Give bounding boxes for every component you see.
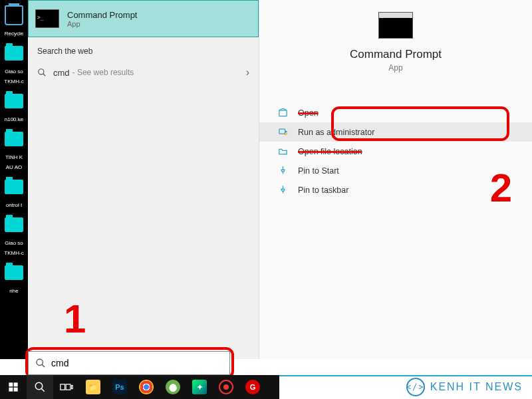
svg-point-10: [35, 382, 43, 390]
admin-shield-icon: [277, 127, 289, 137]
details-title: Command Prompt: [259, 48, 532, 61]
svg-rect-13: [66, 384, 70, 390]
start-button[interactable]: [0, 375, 27, 399]
desktop-background-strip: Recycle Giao so TKMH-c n100.ke TINH K AU…: [0, 0, 28, 359]
desktop-icon[interactable]: [1, 174, 27, 200]
desktop-label: TKMH-c: [0, 250, 28, 256]
folder-icon: [277, 146, 289, 156]
svg-point-0: [39, 69, 44, 74]
taskbar-app-record[interactable]: [213, 375, 239, 399]
search-icon: [37, 68, 47, 77]
open-icon: [277, 108, 289, 118]
best-match-title: Command Prompt: [67, 10, 137, 20]
desktop-label: ontrol I: [0, 202, 28, 208]
action-run-as-administrator[interactable]: Run as administrator: [259, 122, 532, 142]
desktop-icon[interactable]: [1, 126, 27, 152]
desktop-label: Giao so: [0, 240, 28, 246]
action-label: Run as administrator: [298, 128, 374, 137]
svg-rect-2: [279, 110, 286, 116]
desktop-icon[interactable]: [1, 88, 27, 114]
taskbar: 📁 Ps ⬤ ✦ G: [0, 375, 279, 399]
svg-rect-9: [14, 388, 18, 392]
search-web-heading: Search the web: [28, 37, 259, 61]
desktop-label: TINH K: [0, 154, 28, 160]
taskbar-app-generic-green[interactable]: ⬤: [160, 375, 186, 399]
annotation-number-1: 1: [64, 296, 86, 342]
svg-rect-14: [72, 386, 73, 389]
watermark-logo-icon: </>: [406, 378, 425, 396]
desktop-icon[interactable]: [1, 3, 27, 28]
best-match-subtitle: App: [67, 20, 137, 28]
desktop-label: Giao so: [0, 68, 28, 74]
action-label: Open: [298, 108, 319, 118]
pin-icon: [277, 185, 289, 195]
svg-line-11: [41, 388, 45, 392]
taskbar-search-button[interactable]: [27, 375, 53, 399]
details-subtitle: App: [259, 63, 532, 72]
web-result-row[interactable]: cmd - See web results ›: [28, 61, 259, 84]
svg-point-4: [37, 359, 43, 365]
svg-rect-8: [9, 388, 13, 392]
annotation-number-2: 2: [490, 165, 512, 211]
command-prompt-icon: [35, 9, 59, 28]
watermark-text: KENH IT NEWS: [430, 381, 523, 393]
site-watermark: </> KENH IT NEWS: [406, 378, 523, 396]
best-match-result[interactable]: Command Prompt App: [28, 0, 259, 37]
desktop-icon[interactable]: [1, 41, 27, 66]
action-open-file-location[interactable]: Open file location: [259, 142, 532, 161]
svg-rect-6: [9, 382, 13, 386]
taskbar-app-generic[interactable]: ✦: [186, 375, 213, 399]
task-view-button[interactable]: [53, 375, 80, 399]
web-query-text: cmd: [53, 68, 70, 78]
desktop-icon[interactable]: [1, 260, 27, 285]
start-search-panel: Command Prompt App Search the web cmd - …: [28, 0, 259, 359]
taskbar-app-photoshop[interactable]: Ps: [106, 375, 133, 399]
desktop-label: Recycle: [0, 31, 28, 37]
svg-line-1: [43, 74, 46, 76]
action-open[interactable]: Open: [259, 103, 532, 122]
action-label: Open file location: [298, 147, 362, 156]
start-search-box[interactable]: [28, 351, 230, 375]
chevron-right-icon: ›: [246, 66, 249, 78]
svg-rect-7: [14, 382, 18, 386]
desktop-icon[interactable]: [1, 212, 27, 237]
desktop-label: AU AO: [0, 164, 28, 170]
taskbar-app-garena[interactable]: G: [239, 375, 266, 399]
pin-icon: [277, 166, 289, 176]
command-prompt-large-icon: [378, 12, 413, 39]
svg-line-5: [42, 364, 45, 367]
desktop-label: TKMH-c: [0, 78, 28, 84]
action-label: Pin to Start: [298, 166, 339, 176]
desktop-label: nhe: [0, 288, 28, 294]
taskbar-app-file-explorer[interactable]: 📁: [80, 375, 106, 399]
taskbar-app-chrome[interactable]: [133, 375, 160, 399]
search-icon: [35, 358, 46, 368]
action-label: Pin to taskbar: [298, 186, 348, 195]
desktop-label: n100.ke: [0, 116, 28, 122]
svg-rect-12: [61, 384, 65, 390]
web-hint-text: - See web results: [72, 68, 134, 77]
search-input[interactable]: [51, 358, 223, 368]
